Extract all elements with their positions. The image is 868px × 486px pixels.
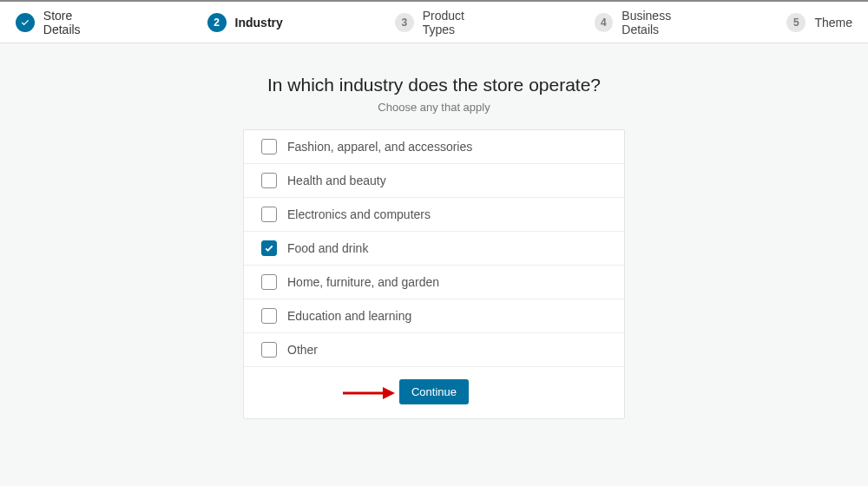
step-business-details[interactable]: 4 Business Details	[595, 9, 712, 36]
option-label: Fashion, apparel, and accessories	[287, 140, 472, 154]
step-number-icon: 4	[595, 13, 614, 32]
page-subtitle: Choose any that apply	[378, 101, 490, 114]
check-icon	[16, 13, 35, 32]
arrow-annotation-icon	[341, 385, 397, 401]
step-number-icon: 5	[786, 13, 806, 32]
step-industry[interactable]: 2 Industry	[207, 13, 283, 32]
step-number-icon: 2	[207, 13, 227, 32]
option-label: Health and beauty	[287, 174, 386, 187]
card-footer: Continue	[244, 367, 624, 418]
step-label: Product Types	[423, 9, 500, 36]
continue-button[interactable]: Continue	[399, 379, 469, 404]
wizard-stepper: Store Details 2 Industry 3 Product Types…	[0, 0, 868, 43]
option-home-garden[interactable]: Home, furniture, and garden	[244, 266, 624, 299]
option-health-beauty[interactable]: Health and beauty	[244, 164, 624, 198]
option-electronics[interactable]: Electronics and computers	[244, 198, 624, 232]
step-product-types[interactable]: 3 Product Types	[395, 9, 499, 36]
option-label: Electronics and computers	[287, 207, 431, 221]
option-fashion[interactable]: Fashion, apparel, and accessories	[244, 130, 624, 164]
option-food-drink[interactable]: Food and drink	[244, 232, 624, 266]
industry-options-card: Fashion, apparel, and accessories Health…	[243, 129, 625, 419]
step-label: Store Details	[43, 9, 113, 36]
option-label: Other	[287, 343, 318, 357]
checkbox-icon[interactable]	[261, 139, 277, 154]
page-title: In which industry does the store operate…	[267, 75, 601, 95]
option-education[interactable]: Education and learning	[244, 299, 624, 333]
svg-marker-1	[383, 387, 395, 399]
checkbox-checked-icon[interactable]	[261, 240, 277, 256]
option-other[interactable]: Other	[244, 333, 624, 367]
step-label: Industry	[235, 16, 283, 30]
step-number-icon: 3	[395, 13, 414, 32]
option-label: Home, furniture, and garden	[287, 275, 439, 289]
option-label: Education and learning	[287, 309, 411, 323]
checkbox-icon[interactable]	[261, 173, 277, 188]
checkbox-icon[interactable]	[261, 207, 277, 222]
main-content: In which industry does the store operate…	[0, 43, 868, 419]
step-store-details[interactable]: Store Details	[16, 9, 112, 36]
step-theme[interactable]: 5 Theme	[786, 13, 852, 32]
option-label: Food and drink	[287, 241, 368, 255]
checkbox-icon[interactable]	[261, 274, 277, 290]
checkbox-icon[interactable]	[261, 342, 277, 358]
step-label: Theme	[814, 16, 852, 30]
checkbox-icon[interactable]	[261, 308, 277, 324]
step-label: Business Details	[621, 9, 711, 36]
